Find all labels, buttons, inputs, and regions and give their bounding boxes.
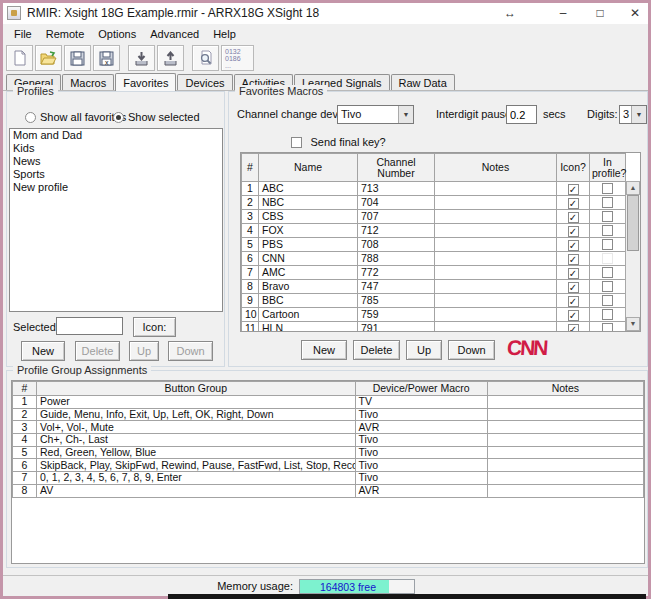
cell-row-number[interactable]: 5 <box>13 446 37 459</box>
icon-checkbox[interactable]: ✓ <box>568 184 579 195</box>
scroll-up-icon[interactable]: ▲ <box>626 181 640 195</box>
cell-channel-number[interactable]: 788 <box>358 252 435 266</box>
open-file-button[interactable] <box>35 45 62 71</box>
icon-checkbox[interactable]: ✓ <box>568 310 579 321</box>
cell-channel-number[interactable]: 704 <box>358 196 435 210</box>
cell-button-group[interactable]: Power <box>37 396 356 409</box>
cell-channel-number[interactable]: 713 <box>358 182 435 196</box>
icon-checkbox[interactable]: ✓ <box>568 282 579 293</box>
cell-name[interactable]: FOX <box>259 224 358 238</box>
cell-in-profile[interactable] <box>590 210 626 224</box>
icon-checkbox[interactable]: ✓ <box>568 226 579 237</box>
cell-notes[interactable] <box>435 224 557 238</box>
up-profile-button[interactable]: Up <box>129 341 159 361</box>
cell-icon[interactable]: ✓ <box>557 252 590 266</box>
new-file-button[interactable] <box>6 45 33 71</box>
icon-checkbox[interactable]: ✓ <box>568 198 579 209</box>
cell-row-number[interactable]: 3 <box>242 210 259 224</box>
profile-list[interactable]: Mom and DadKidsNewsSportsNew profile <box>9 128 223 312</box>
cell-icon[interactable]: ✓ <box>557 266 590 280</box>
cell-icon[interactable]: ✓ <box>557 224 590 238</box>
maximize-button[interactable]: □ <box>587 3 613 23</box>
down-favorite-button[interactable]: Down <box>448 340 495 360</box>
cell-icon[interactable]: ✓ <box>557 196 590 210</box>
in-profile-checkbox[interactable] <box>602 211 613 222</box>
cell-notes[interactable] <box>435 210 557 224</box>
icon-checkbox[interactable]: ✓ <box>568 268 579 279</box>
cell-device-power-macro[interactable]: AVR <box>355 421 487 434</box>
delete-favorite-button[interactable]: Delete <box>353 340 400 360</box>
search-button[interactable] <box>192 45 219 71</box>
cell-name[interactable]: BBC <box>259 294 358 308</box>
cell-channel-number[interactable]: 712 <box>358 224 435 238</box>
cell-notes[interactable] <box>435 182 557 196</box>
cell-notes[interactable] <box>435 196 557 210</box>
in-profile-checkbox[interactable] <box>602 183 613 194</box>
icon-button[interactable]: Icon: <box>133 317 176 337</box>
cell-row-number[interactable]: 8 <box>13 484 37 497</box>
download-from-remote-button[interactable] <box>128 45 155 71</box>
cell-row-number[interactable]: 3 <box>13 421 37 434</box>
cell-button-group[interactable]: Red, Green, Yellow, Blue <box>37 446 356 459</box>
cell-row-number[interactable]: 4 <box>13 434 37 447</box>
cell-in-profile[interactable] <box>590 224 626 238</box>
cell-device-power-macro[interactable]: Tivo <box>355 459 487 472</box>
cell-device-power-macro[interactable]: Tivo <box>355 434 487 447</box>
cell-channel-number[interactable]: 772 <box>358 266 435 280</box>
title-bar[interactable]: RMIR: Xsight 18G Example.rmir - ARRX18G … <box>3 3 648 24</box>
menu-item-help[interactable]: Help <box>206 26 243 42</box>
cell-row-number[interactable]: 2 <box>242 196 259 210</box>
in-profile-checkbox[interactable] <box>602 267 613 278</box>
cell-notes[interactable] <box>487 396 643 409</box>
down-profile-button[interactable]: Down <box>168 341 213 361</box>
cell-icon[interactable]: ✓ <box>557 308 590 322</box>
cell-in-profile[interactable] <box>590 266 626 280</box>
profile-list-item[interactable]: Sports <box>10 168 222 181</box>
cell-row-number[interactable]: 6 <box>13 459 37 472</box>
cell-channel-number[interactable]: 791 <box>358 322 435 333</box>
upload-to-remote-button[interactable] <box>157 45 184 71</box>
cell-in-profile[interactable] <box>590 322 626 333</box>
profile-list-item[interactable]: Kids <box>10 142 222 155</box>
cell-notes[interactable] <box>487 408 643 421</box>
cell-notes[interactable] <box>435 322 557 333</box>
icon-checkbox[interactable]: ✓ <box>568 296 579 307</box>
cell-row-number[interactable]: 4 <box>242 224 259 238</box>
cell-row-number[interactable]: 7 <box>13 472 37 485</box>
cell-name[interactable]: Bravo <box>259 280 358 294</box>
send-final-key-checkbox[interactable]: Send final key? <box>291 132 386 150</box>
cell-notes[interactable] <box>435 252 557 266</box>
cell-row-number[interactable]: 2 <box>13 408 37 421</box>
cell-row-number[interactable]: 11 <box>242 322 259 333</box>
cell-device-power-macro[interactable]: AVR <box>355 484 487 497</box>
interdigit-pause-input[interactable] <box>506 105 537 124</box>
menu-item-options[interactable]: Options <box>91 26 143 42</box>
cell-device-power-macro[interactable]: Tivo <box>355 472 487 485</box>
cell-name[interactable]: AMC <box>259 266 358 280</box>
menu-item-file[interactable]: File <box>7 26 39 42</box>
cell-row-number[interactable]: 1 <box>242 182 259 196</box>
tab-devices[interactable]: Devices <box>177 74 232 90</box>
cell-row-number[interactable]: 9 <box>242 294 259 308</box>
cell-row-number[interactable]: 6 <box>242 252 259 266</box>
cell-icon[interactable]: ✓ <box>557 182 590 196</box>
scrollbar-thumb[interactable] <box>627 195 639 251</box>
cell-icon[interactable]: ✓ <box>557 238 590 252</box>
cell-notes[interactable] <box>435 308 557 322</box>
cell-channel-number[interactable]: 759 <box>358 308 435 322</box>
cell-row-number[interactable]: 8 <box>242 280 259 294</box>
cell-channel-number[interactable]: 707 <box>358 210 435 224</box>
cell-row-number[interactable]: 10 <box>242 308 259 322</box>
cell-row-number[interactable]: 1 <box>13 396 37 409</box>
cell-notes[interactable] <box>487 459 643 472</box>
icon-checkbox[interactable]: ✓ <box>568 254 579 265</box>
cell-notes[interactable] <box>487 472 643 485</box>
cell-notes[interactable] <box>435 238 557 252</box>
cell-button-group[interactable]: AV <box>37 484 356 497</box>
cell-name[interactable]: Cartoon <box>259 308 358 322</box>
cell-button-group[interactable]: 0, 1, 2, 3, 4, 5, 6, 7, 8, 9, Enter <box>37 472 356 485</box>
cell-name[interactable]: CBS <box>259 210 358 224</box>
cell-notes[interactable] <box>487 446 643 459</box>
cell-row-number[interactable]: 5 <box>242 238 259 252</box>
cell-button-group[interactable]: Guide, Menu, Info, Exit, Up, Left, OK, R… <box>37 408 356 421</box>
